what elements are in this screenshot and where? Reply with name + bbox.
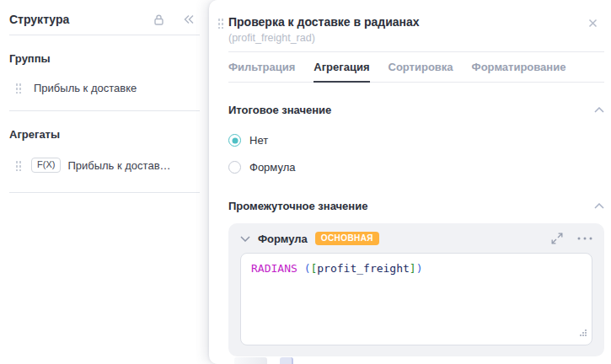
panel-title: Проверка к доставке в радианах xyxy=(228,12,588,29)
divider xyxy=(9,110,200,111)
total-value-section-header: Итоговое значение xyxy=(228,104,604,116)
intermediate-value-title: Промежуточное значение xyxy=(228,200,367,212)
group-item-label: Прибыль к доставке xyxy=(34,82,137,94)
drag-handle-icon[interactable] xyxy=(15,160,21,171)
panel-drag-handle-icon[interactable] xyxy=(217,18,223,29)
tab-bar: Фильтрация Агрегация Сортировка Форматир… xyxy=(228,54,604,83)
aggregate-item-label: Прибыль к достав… xyxy=(67,159,170,172)
radio-none-label: Нет xyxy=(249,134,268,147)
formula-code-line[interactable]: RADIANS ([profit_freight]) xyxy=(251,262,582,275)
chevron-down-icon[interactable] xyxy=(240,236,250,242)
radio-unselected-icon[interactable] xyxy=(228,161,241,174)
total-value-title: Итоговое значение xyxy=(228,104,331,116)
sidebar-actions xyxy=(153,13,195,26)
more-menu-icon[interactable] xyxy=(577,237,592,240)
radio-selected-icon[interactable] xyxy=(228,134,241,147)
chevron-up-icon[interactable] xyxy=(594,107,604,113)
sidebar-title: Структура xyxy=(9,13,153,26)
radio-option-none[interactable]: Нет xyxy=(228,134,604,147)
close-icon[interactable] xyxy=(588,19,598,28)
tab-filtering[interactable]: Фильтрация xyxy=(228,54,295,82)
expand-icon[interactable] xyxy=(551,233,563,244)
cutoff-element xyxy=(280,357,293,364)
panel-subtitle: (profit_freight_rad) xyxy=(228,32,604,44)
code-token-paren-close: ) xyxy=(416,262,423,275)
formula-badge: F(X) xyxy=(31,158,61,173)
formula-card-header: Формула ОСНОВНАЯ xyxy=(240,232,592,245)
drag-handle-icon[interactable] xyxy=(15,83,21,94)
main-formula-badge: ОСНОВНАЯ xyxy=(315,232,379,245)
sidebar-section-aggregates: Агрегаты xyxy=(9,128,209,141)
sidebar-section-groups: Группы xyxy=(9,52,209,65)
cutoff-element xyxy=(234,357,267,364)
collapse-sidebar-icon[interactable] xyxy=(183,14,195,24)
code-token-bracket-close: ] xyxy=(410,262,416,275)
tab-sorting[interactable]: Сортировка xyxy=(389,54,453,82)
code-token-field: profit_freight xyxy=(317,262,410,275)
formula-card: Формула ОСНОВНАЯ xyxy=(228,223,604,356)
intermediate-value-section-header: Промежуточное значение xyxy=(228,200,604,212)
code-token-space xyxy=(297,262,304,275)
panel-header: Проверка к доставке в радианах xyxy=(228,12,604,29)
formula-code-editor[interactable]: RADIANS ([profit_freight]) xyxy=(240,253,592,345)
aggregate-list-item[interactable]: F(X) Прибыль к достав… xyxy=(15,156,209,174)
divider xyxy=(228,51,604,52)
group-list-item[interactable]: Прибыль к доставке xyxy=(15,78,209,97)
formula-card-title: Формула xyxy=(258,233,308,245)
code-token-function: RADIANS xyxy=(251,262,297,275)
tab-formatting[interactable]: Форматирование xyxy=(472,54,566,82)
sidebar-header: Структура xyxy=(0,11,209,26)
resize-grip-icon[interactable] xyxy=(578,325,587,340)
chevron-up-icon[interactable] xyxy=(594,203,604,209)
field-settings-panel: Проверка к доставке в радианах (profit_f… xyxy=(209,0,611,364)
divider xyxy=(9,192,200,193)
radio-formula-label: Формула xyxy=(249,161,295,174)
divider xyxy=(9,35,200,35)
lock-icon[interactable] xyxy=(153,13,165,26)
radio-option-formula[interactable]: Формула xyxy=(228,161,604,174)
app-root: Структура Группы Приб xyxy=(0,0,611,364)
structure-sidebar: Структура Группы Приб xyxy=(0,0,209,364)
formula-card-actions xyxy=(551,233,592,244)
tab-aggregation[interactable]: Агрегация xyxy=(314,54,369,83)
